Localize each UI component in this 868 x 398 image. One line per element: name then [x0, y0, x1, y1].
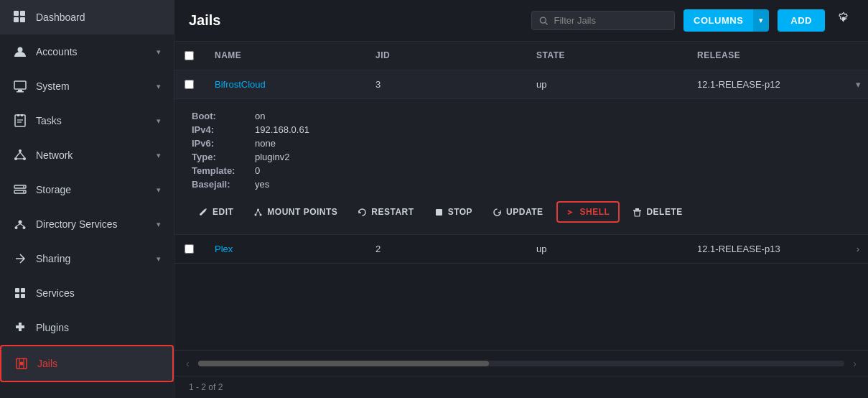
detail-boot: Boot: on — [192, 111, 851, 121]
accounts-icon — [13, 45, 27, 59]
search-box[interactable] — [531, 11, 675, 30]
chevron-sharing-icon: ▾ — [157, 254, 161, 264]
delete-label: DELETE — [646, 207, 682, 217]
mount-points-label: MOUNT POINTS — [267, 207, 337, 217]
edit-button[interactable]: EDIT — [192, 203, 241, 221]
scroll-track[interactable] — [198, 361, 845, 366]
chevron-system-icon: ▾ — [157, 82, 161, 91]
svg-point-21 — [23, 186, 24, 188]
detail-template-value: 0 — [255, 165, 260, 176]
delete-button[interactable]: DELETE — [625, 203, 689, 221]
restart-icon — [358, 208, 367, 217]
network-icon — [13, 148, 27, 162]
row-select-checkbox[interactable] — [185, 244, 194, 254]
sidebar-item-storage[interactable]: Storage ▾ — [0, 172, 174, 207]
row-release-plex: 12.1-RELEASE-p13 — [686, 235, 846, 263]
detail-basejail: Basejail: yes — [192, 179, 851, 190]
jail-detail-bifrostcloud: Boot: on IPv4: 192.168.0.61 IPv6: none T… — [174, 99, 868, 235]
table-row[interactable]: BifrostCloud 3 up 12.1-RELEASE-p12 ▾ — [174, 70, 868, 99]
row-name-bifrostcloud[interactable]: BifrostCloud — [203, 70, 364, 98]
update-icon — [493, 208, 502, 217]
table-row[interactable]: Plex 2 up 12.1-RELEASE-p13 › — [174, 235, 868, 264]
scroll-right-button[interactable]: › — [849, 356, 861, 371]
add-button[interactable]: ADD — [778, 9, 825, 32]
storage-icon — [13, 182, 27, 197]
sidebar-item-network[interactable]: Network ▾ — [0, 138, 174, 172]
scroll-left-button[interactable]: ‹ — [182, 356, 194, 371]
update-button[interactable]: UPDATE — [485, 203, 550, 221]
action-bar: EDIT MOUNT POINTS — [192, 201, 851, 223]
svg-rect-1 — [20, 11, 25, 16]
page-title: Jails — [189, 12, 523, 29]
svg-rect-7 — [17, 91, 24, 93]
svg-point-4 — [18, 47, 23, 52]
pagination-text: 1 - 2 of 2 — [189, 382, 223, 392]
sidebar-item-sharing[interactable]: Sharing ▾ — [0, 241, 174, 276]
th-name: Name — [203, 42, 364, 70]
sidebar-item-tasks[interactable]: Tasks ▾ — [0, 103, 174, 138]
mount-points-icon — [253, 208, 263, 217]
topbar: Jails COLUMNS ▾ ADD — [174, 0, 868, 42]
sidebar: Dashboard Accounts ▾ System ▾ — [0, 0, 174, 398]
row-expand-plex[interactable]: › — [846, 235, 868, 263]
sidebar-item-system[interactable]: System ▾ — [0, 69, 174, 103]
sidebar-item-jails[interactable]: Jails — [0, 345, 174, 382]
restart-label: RESTART — [371, 207, 414, 217]
svg-rect-0 — [14, 11, 19, 16]
chevron-storage-icon: ▾ — [157, 185, 161, 195]
directory-services-icon — [13, 217, 27, 231]
sidebar-label-tasks: Tasks — [36, 115, 148, 126]
sidebar-label-plugins: Plugins — [36, 322, 161, 333]
search-input[interactable] — [554, 15, 668, 26]
svg-rect-8 — [15, 115, 25, 126]
row-name-plex[interactable]: Plex — [203, 235, 364, 263]
detail-ipv6-label: IPv6: — [192, 138, 249, 149]
row-checkbox-bifrostcloud[interactable] — [174, 70, 203, 98]
update-label: UPDATE — [506, 207, 543, 217]
restart-button[interactable]: RESTART — [350, 203, 421, 221]
sharing-icon — [13, 251, 27, 266]
row-select-checkbox[interactable] — [185, 79, 194, 90]
chevron-accounts-icon: ▾ — [157, 47, 161, 57]
sidebar-item-services[interactable]: Services — [0, 276, 174, 310]
settings-button[interactable] — [834, 9, 854, 32]
mount-points-button[interactable]: MOUNT POINTS — [246, 203, 345, 221]
settings-icon — [836, 11, 851, 26]
shell-label: SHELL — [580, 207, 610, 217]
columns-dropdown-arrow[interactable]: ▾ — [753, 9, 769, 32]
sidebar-item-directory-services[interactable]: Directory Services ▾ — [0, 207, 174, 241]
svg-line-27 — [20, 224, 24, 227]
plugins-icon — [13, 320, 27, 335]
sidebar-item-accounts[interactable]: Accounts ▾ — [0, 34, 174, 69]
detail-basejail-label: Basejail: — [192, 179, 249, 190]
pagination: 1 - 2 of 2 — [174, 376, 868, 398]
services-icon — [13, 286, 27, 300]
stop-button[interactable]: STOP — [427, 203, 480, 221]
row-checkbox-plex[interactable] — [174, 235, 203, 263]
detail-ipv4-label: IPv4: — [192, 124, 249, 135]
sidebar-item-plugins[interactable]: Plugins — [0, 310, 174, 345]
stop-label: STOP — [448, 207, 472, 217]
detail-basejail-value: yes — [255, 179, 269, 190]
svg-point-13 — [19, 149, 22, 152]
row-release-bifrostcloud: 12.1-RELEASE-p12 — [686, 70, 846, 98]
detail-info: Boot: on IPv4: 192.168.0.61 IPv6: none T… — [192, 111, 851, 190]
row-jid-bifrostcloud: 3 — [364, 70, 525, 98]
tasks-icon — [13, 114, 27, 128]
edit-label: EDIT — [213, 207, 233, 217]
select-all-checkbox[interactable] — [185, 50, 194, 61]
columns-button[interactable]: COLUMNS — [683, 9, 753, 32]
table-body: BifrostCloud 3 up 12.1-RELEASE-p12 ▾ Boo… — [174, 70, 868, 350]
shell-button[interactable]: SHELL — [556, 201, 620, 223]
svg-rect-6 — [18, 90, 22, 91]
table-area: Name JID State Release BifrostCloud 3 up… — [174, 42, 868, 398]
row-expand-bifrostcloud[interactable]: ▾ — [846, 70, 868, 98]
columns-label: COLUMNS — [694, 15, 743, 26]
row-state-plex: up — [525, 235, 686, 263]
th-checkbox[interactable] — [174, 42, 203, 70]
shell-icon — [566, 208, 576, 217]
svg-rect-30 — [15, 294, 19, 298]
horizontal-scrollbar[interactable]: ‹ › — [174, 350, 868, 376]
sidebar-item-dashboard[interactable]: Dashboard — [0, 0, 174, 34]
chevron-tasks-icon: ▾ — [157, 116, 161, 126]
